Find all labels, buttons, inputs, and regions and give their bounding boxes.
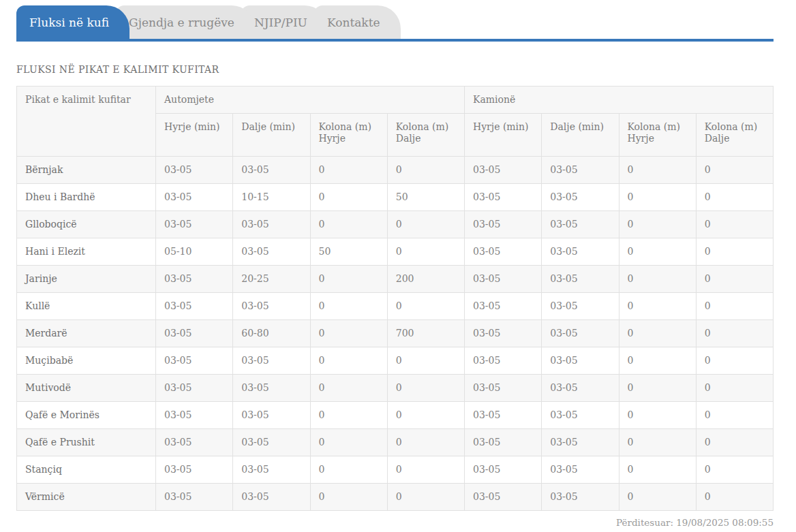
page: Fluksi në kufi Gjendja e rrugëve NJIP/PI… [0,0,796,532]
tab-gjendja-e-rrugeve[interactable]: Gjendja e rrugëve [116,5,255,39]
value-cell: 0 [619,484,696,511]
value-cell: 50 [310,238,387,266]
value-cell: 0 [619,184,696,211]
value-cell: 05-10 [156,238,233,266]
value-cell: 03-05 [542,238,619,266]
value-cell: 03-05 [465,184,542,211]
value-cell: 03-05 [156,320,233,347]
table-row: Mutivodë03-0503-050003-0503-0500 [17,375,774,402]
crossing-name: Stançiq [17,456,156,484]
subheader-kamione-dalje-min: Dalje (min) [542,114,619,157]
value-cell: 0 [696,456,773,484]
value-cell: 03-05 [233,456,310,484]
value-cell: 03-05 [156,347,233,375]
value-cell: 03-05 [156,429,233,456]
value-cell: 03-05 [465,402,542,429]
crossing-name: Bërnjak [17,157,156,184]
subheader-kamione-hyrje-min: Hyrje (min) [465,114,542,157]
table-row: Dheu i Bardhë03-0510-1505003-0503-0500 [17,184,774,211]
value-cell: 0 [696,266,773,293]
value-cell: 03-05 [465,429,542,456]
tab-underline [16,39,774,42]
page-title: FLUKSI NË PIKAT E KALIMIT KUFITAR [16,64,774,75]
value-cell: 03-05 [156,184,233,211]
value-cell: 0 [387,157,464,184]
value-cell: 0 [387,429,464,456]
value-cell: 03-05 [233,402,310,429]
value-cell: 0 [696,402,773,429]
value-cell: 0 [619,238,696,266]
value-cell: 0 [387,402,464,429]
value-cell: 0 [387,456,464,484]
value-cell: 03-05 [156,266,233,293]
table-row: Bërnjak03-0503-050003-0503-0500 [17,157,774,184]
value-cell: 0 [310,484,387,511]
table-row: Vërmicë03-0503-050003-0503-0500 [17,484,774,511]
value-cell: 03-05 [542,320,619,347]
crossing-name: Merdarë [17,320,156,347]
value-cell: 0 [696,320,773,347]
value-cell: 03-05 [465,320,542,347]
value-cell: 03-05 [465,456,542,484]
table-row: Hani i Elezit05-1003-0550003-0503-0500 [17,238,774,266]
value-cell: 60-80 [233,320,310,347]
crossing-name: Qafë e Morinës [17,402,156,429]
value-cell: 03-05 [233,211,310,238]
value-cell: 03-05 [542,293,619,320]
subheader-automjete-hyrje-min: Hyrje (min) [156,114,233,157]
value-cell: 0 [696,238,773,266]
value-cell: 03-05 [542,184,619,211]
subheader-automjete-kolona-dalje: Kolona (m) Dalje [387,114,464,157]
subheader-kamione-kolona-dalje: Kolona (m) Dalje [696,114,773,157]
table-row: Qafë e Prushit03-0503-050003-0503-0500 [17,429,774,456]
value-cell: 20-25 [233,266,310,293]
value-cell: 03-05 [233,238,310,266]
value-cell: 03-05 [233,347,310,375]
value-cell: 03-05 [542,347,619,375]
value-cell: 03-05 [542,402,619,429]
value-cell: 03-05 [233,484,310,511]
value-cell: 0 [619,347,696,375]
value-cell: 0 [619,157,696,184]
value-cell: 0 [696,484,773,511]
value-cell: 0 [619,402,696,429]
value-cell: 03-05 [542,157,619,184]
subheader-automjete-kolona-hyrje: Kolona (m) Hyrje [310,114,387,157]
value-cell: 03-05 [156,375,233,402]
table-row: Stançiq03-0503-050003-0503-0500 [17,456,774,484]
value-cell: 0 [387,238,464,266]
value-cell: 0 [310,375,387,402]
table-header: Pikat e kalimit kufitar Automjete Kamion… [17,87,774,157]
crossing-name: Mutivodë [17,375,156,402]
table-row: Glloboqicë03-0503-050003-0503-0500 [17,211,774,238]
value-cell: 0 [387,293,464,320]
value-cell: 0 [310,293,387,320]
value-cell: 200 [387,266,464,293]
crossing-name: Muçibabë [17,347,156,375]
value-cell: 0 [619,456,696,484]
crossing-name: Jarinje [17,266,156,293]
value-cell: 03-05 [542,375,619,402]
value-cell: 0 [310,184,387,211]
crossing-name: Dheu i Bardhë [17,184,156,211]
tab-fluksi-ne-kufi[interactable]: Fluksi në kufi [16,5,129,39]
value-cell: 03-05 [542,484,619,511]
value-cell: 03-05 [465,293,542,320]
value-cell: 03-05 [233,293,310,320]
value-cell: 0 [696,375,773,402]
value-cell: 03-05 [542,211,619,238]
value-cell: 0 [310,347,387,375]
value-cell: 03-05 [465,157,542,184]
value-cell: 03-05 [465,266,542,293]
crossing-name: Glloboqicë [17,211,156,238]
crossing-name: Qafë e Prushit [17,429,156,456]
table-row: Merdarë03-0560-80070003-0503-0500 [17,320,774,347]
border-crossing-table: Pikat e kalimit kufitar Automjete Kamion… [16,86,774,511]
value-cell: 0 [310,211,387,238]
value-cell: 03-05 [156,484,233,511]
subheader-automjete-dalje-min: Dalje (min) [233,114,310,157]
value-cell: 03-05 [156,157,233,184]
value-cell: 03-05 [465,211,542,238]
value-cell: 0 [619,375,696,402]
value-cell: 03-05 [465,375,542,402]
